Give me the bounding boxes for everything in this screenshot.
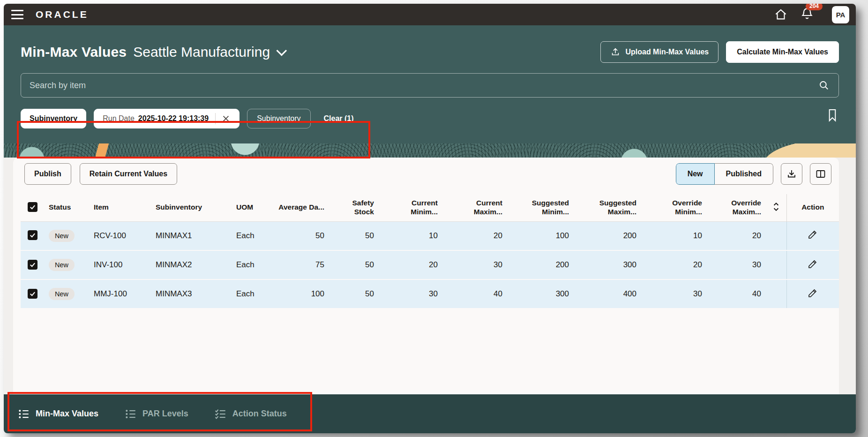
- chevron-down-icon: [277, 45, 287, 56]
- cell-safety-stock: 50: [329, 279, 379, 309]
- col-suggested-min[interactable]: Suggested Minim...: [507, 194, 574, 221]
- col-suggested-max[interactable]: Suggested Maxim...: [574, 194, 641, 221]
- cell-override-max: 30: [707, 250, 766, 279]
- cell-current-min: 10: [379, 221, 442, 250]
- retain-current-values-button[interactable]: Retain Current Values: [80, 163, 177, 185]
- table-row[interactable]: New MMJ-100 MINMAX3 Each 100 50 30 40 30…: [21, 279, 839, 309]
- split-view-button[interactable]: [810, 163, 831, 185]
- decorative-pattern-band: [4, 143, 856, 158]
- cell-current-max: 30: [442, 250, 507, 279]
- org-selector[interactable]: Seattle Manufacturing: [133, 44, 284, 60]
- table-header-row: Status Item Subinventory UOM Average Da.…: [21, 194, 839, 221]
- col-override-max[interactable]: Override Maxim...: [707, 194, 766, 221]
- search-icon[interactable]: [818, 79, 830, 91]
- pencil-icon: [807, 287, 818, 299]
- app-window: ORACLE 204: [4, 4, 856, 433]
- org-selector-label: Seattle Manufacturing: [133, 44, 270, 60]
- edit-row-button[interactable]: [807, 229, 818, 240]
- cell-safety-stock: 50: [329, 250, 379, 279]
- status-badge: New: [49, 288, 75, 300]
- cell-subinventory: MINMAX3: [151, 279, 232, 309]
- cell-current-max: 40: [442, 279, 507, 309]
- pencil-icon: [807, 229, 818, 240]
- checklist-icon: [215, 408, 227, 420]
- sort-icon: [773, 202, 779, 212]
- cell-average-daily: 50: [274, 221, 329, 250]
- cell-suggested-max: 300: [574, 250, 641, 279]
- col-action: Action: [786, 194, 839, 221]
- hamburger-menu-icon[interactable]: [11, 10, 23, 19]
- col-override-min[interactable]: Override Minim...: [641, 194, 707, 221]
- table-row[interactable]: New RCV-100 MINMAX1 Each 50 50 10 20 100…: [21, 221, 839, 250]
- row-checkbox[interactable]: [28, 260, 37, 270]
- col-current-min[interactable]: Current Minim...: [379, 194, 442, 221]
- sort-button[interactable]: [772, 201, 780, 213]
- cell-subinventory: MINMAX1: [151, 221, 232, 250]
- status-badge: New: [49, 259, 75, 271]
- edit-row-button[interactable]: [807, 258, 818, 270]
- cell-override-min: 10: [641, 221, 707, 250]
- edit-row-button[interactable]: [807, 287, 818, 299]
- bottom-tab-bar: Min-Max Values PAR Levels Action Statu: [4, 394, 856, 433]
- status-badge: New: [49, 230, 75, 242]
- cell-item: RCV-100: [89, 221, 151, 250]
- cell-average-daily: 75: [274, 250, 329, 279]
- upload-minmax-button[interactable]: Upload Min-Max Values: [600, 41, 718, 63]
- filter-chip-subinventory-ghost[interactable]: Subinventory: [247, 109, 310, 128]
- filter-chip-run-date[interactable]: Run Date 2025-10-22 19:13:39: [94, 109, 239, 128]
- cell-item: MMJ-100: [89, 279, 151, 309]
- cell-average-daily: 100: [274, 279, 329, 309]
- cell-suggested-min: 200: [507, 250, 574, 279]
- select-all-checkbox[interactable]: [28, 202, 37, 212]
- cell-uom: Each: [232, 221, 274, 250]
- col-uom[interactable]: UOM: [232, 194, 274, 221]
- filter-chip-subinventory[interactable]: Subinventory: [21, 109, 86, 128]
- home-button[interactable]: [774, 8, 788, 22]
- row-checkbox[interactable]: [28, 289, 37, 299]
- tab-min-max-values[interactable]: Min-Max Values: [18, 408, 98, 420]
- download-button[interactable]: [781, 163, 802, 185]
- cell-current-min: 20: [379, 250, 442, 279]
- tab-par-levels[interactable]: PAR Levels: [125, 408, 188, 420]
- col-safety-stock[interactable]: Safety Stock: [329, 194, 379, 221]
- cell-safety-stock: 50: [329, 221, 379, 250]
- row-checkbox[interactable]: [28, 230, 37, 240]
- cell-override-min: 20: [641, 250, 707, 279]
- search-input[interactable]: [30, 81, 818, 90]
- toggle-published[interactable]: Published: [715, 163, 773, 185]
- user-avatar[interactable]: PA: [832, 6, 849, 23]
- table-row[interactable]: New INV-100 MINMAX2 Each 75 50 20 30 200…: [21, 250, 839, 279]
- publish-button[interactable]: Publish: [24, 163, 71, 185]
- list-icon: [125, 408, 137, 420]
- remove-run-date-filter-icon[interactable]: [221, 114, 231, 123]
- upload-icon: [610, 47, 621, 57]
- calculate-minmax-button[interactable]: Calculate Min-Max Values: [726, 41, 839, 63]
- cell-suggested-max: 400: [574, 279, 641, 309]
- cell-suggested-max: 200: [574, 221, 641, 250]
- run-date-value: 2025-10-22 19:13:39: [138, 114, 209, 123]
- run-date-label: Run Date: [103, 114, 135, 123]
- cell-subinventory: MINMAX2: [151, 250, 232, 279]
- bookmark-icon: [826, 108, 839, 123]
- clear-filters-link[interactable]: Clear (1): [324, 114, 354, 123]
- global-header: ORACLE 204: [4, 4, 856, 25]
- toggle-new[interactable]: New: [676, 163, 715, 185]
- cell-suggested-min: 300: [507, 279, 574, 309]
- col-status[interactable]: Status: [44, 194, 89, 221]
- cell-override-min: 30: [641, 279, 707, 309]
- col-subinventory[interactable]: Subinventory: [151, 194, 232, 221]
- notification-count-badge: 204: [806, 4, 823, 10]
- download-icon: [786, 168, 797, 180]
- col-current-max[interactable]: Current Maxim...: [442, 194, 507, 221]
- oracle-logo: ORACLE: [36, 9, 89, 20]
- new-published-toggle: New Published: [676, 163, 773, 185]
- tab-action-status[interactable]: Action Status: [215, 408, 287, 420]
- search-bar: [21, 73, 839, 98]
- cell-override-max: 40: [707, 279, 766, 309]
- bookmark-button[interactable]: [826, 108, 839, 123]
- cell-current-max: 20: [442, 221, 507, 250]
- cell-current-min: 30: [379, 279, 442, 309]
- col-item[interactable]: Item: [89, 194, 151, 221]
- col-average-daily[interactable]: Average Da...: [274, 194, 329, 221]
- split-columns-icon: [815, 168, 826, 180]
